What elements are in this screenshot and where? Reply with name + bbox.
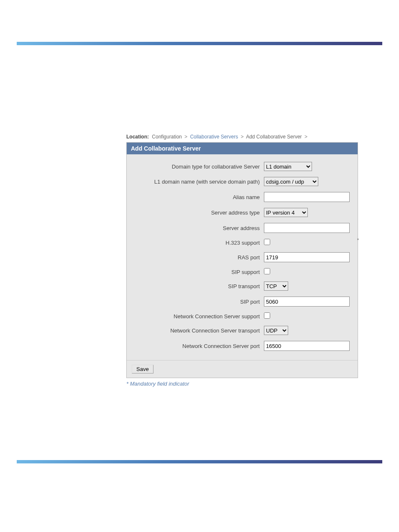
label-server-address-type: Server address type [134, 210, 264, 216]
ncs-transport-select[interactable]: UDP [264, 326, 288, 335]
form-panel-container: Location: Configuration > Collaborative … [126, 134, 358, 387]
top-gradient-bar [17, 42, 382, 45]
panel-title: Add Collaborative Server [127, 143, 358, 154]
sip-support-checkbox[interactable] [264, 268, 270, 274]
server-address-type-select[interactable]: IP version 4 [264, 208, 308, 217]
bottom-gradient-bar [17, 460, 382, 463]
label-domain-type: Domain type for collaborative Server [134, 164, 264, 170]
row-server-address: Server address [134, 223, 350, 233]
mandatory-field-note: * Mandatory field indicator [126, 381, 358, 387]
row-h323-support: H.323 support [134, 239, 350, 246]
save-button[interactable]: Save [132, 365, 153, 373]
label-l1-domain-name: L1 domain name (with service domain path… [134, 179, 264, 185]
row-sip-support: SIP support [134, 268, 350, 276]
ras-port-input[interactable] [264, 252, 350, 262]
label-sip-support: SIP support [134, 269, 264, 275]
label-ncs-transport: Network Connection Server transport [134, 327, 264, 334]
row-sip-transport: SIP transport TCP [134, 281, 350, 291]
row-l1-domain-name: L1 domain name (with service domain path… [134, 177, 350, 186]
label-alias-name: Alias name [134, 194, 264, 200]
row-domain-type: Domain type for collaborative Server L1 … [134, 162, 350, 171]
breadcrumb-label: Location: [126, 134, 149, 140]
h323-support-checkbox[interactable] [264, 239, 270, 245]
label-ras-port: RAS port [134, 254, 264, 261]
breadcrumb-sep: > [304, 134, 307, 140]
sip-transport-select[interactable]: TCP [264, 281, 288, 291]
label-sip-port: SIP port [134, 299, 264, 305]
row-ncs-transport: Network Connection Server transport UDP [134, 326, 350, 335]
ncs-port-input[interactable] [264, 341, 350, 351]
label-server-address: Server address [134, 225, 264, 231]
row-sip-port: SIP port [134, 297, 350, 307]
row-alias-name: Alias name [134, 192, 350, 202]
server-address-input[interactable] [264, 223, 350, 233]
save-row: Save [127, 360, 358, 378]
breadcrumb-sep: > [241, 134, 244, 140]
label-sip-transport: SIP transport [134, 283, 264, 289]
add-collaborative-server-panel: Add Collaborative Server Domain type for… [126, 142, 358, 378]
l1-domain-name-select[interactable]: cdsig.com / udp [264, 177, 318, 186]
row-ncs-support: Network Connection Server support [134, 312, 350, 320]
label-h323-support: H.323 support [134, 240, 264, 246]
sip-port-input[interactable] [264, 297, 350, 307]
alias-name-input[interactable] [264, 192, 350, 202]
row-ncs-port: Network Connection Server port [134, 341, 350, 351]
ncs-support-checkbox[interactable] [264, 312, 270, 319]
domain-type-select[interactable]: L1 domain [264, 162, 312, 171]
breadcrumb: Location: Configuration > Collaborative … [126, 134, 358, 140]
breadcrumb-item-configuration: Configuration [152, 134, 182, 140]
row-server-address-type: Server address type IP version 4 [134, 208, 350, 217]
breadcrumb-sep: > [184, 134, 187, 140]
form-body: Domain type for collaborative Server L1 … [127, 154, 358, 360]
breadcrumb-link-collaborative-servers[interactable]: Collaborative Servers [190, 134, 238, 140]
label-ncs-port: Network Connection Server port [134, 343, 264, 349]
mandatory-asterisk-icon: * [357, 238, 359, 243]
row-ras-port: RAS port [134, 252, 350, 262]
breadcrumb-item-add-collaborative-server: Add Collaborative Server [246, 134, 302, 140]
label-ncs-support: Network Connection Server support [134, 313, 264, 320]
